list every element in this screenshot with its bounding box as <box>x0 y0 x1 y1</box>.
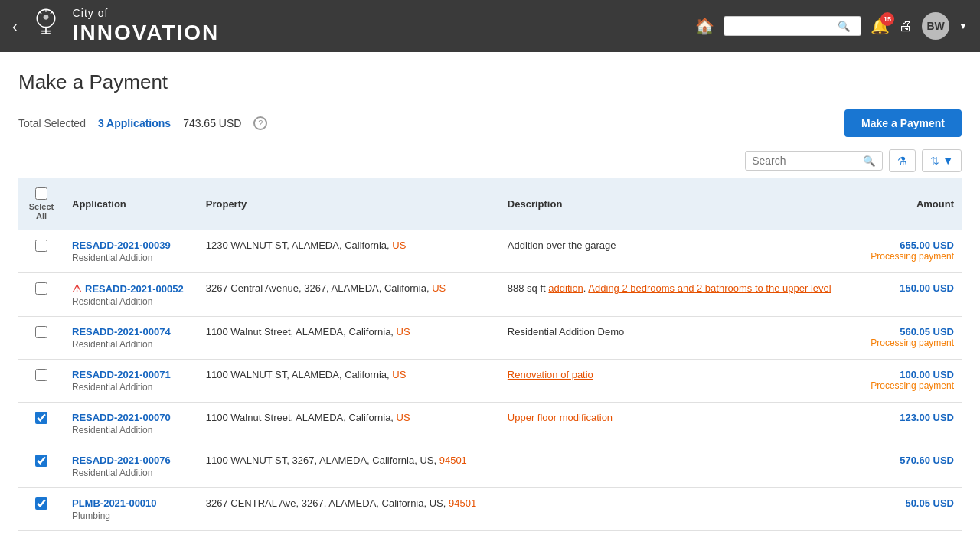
description-link[interactable]: Renovation of patio <box>508 369 593 380</box>
sort-button[interactable]: ⇅ ▼ <box>922 149 962 172</box>
property-address: 1100 WALNUT ST, 3267, ALAMEDA, Californi… <box>206 455 439 466</box>
amount-cell: 570.60 USD <box>858 445 962 488</box>
amount-cell: 50.05 USD <box>858 488 962 531</box>
property-cell: 1230 WALNUT ST, ALAMEDA, California, US <box>198 230 500 273</box>
amount-cell: 150.00 USD <box>858 273 962 317</box>
property-column-header: Property <box>198 178 500 230</box>
application-cell: RESADD-2021-00070Residential Addition <box>64 403 198 445</box>
table-row: RESADD-2021-00039Residential Addition123… <box>18 230 962 273</box>
property-link[interactable]: US <box>397 326 410 337</box>
property-link[interactable]: 94501 <box>449 497 476 509</box>
select-all-checkbox[interactable] <box>35 187 47 200</box>
description-link[interactable]: Adding 2 bedrooms and 2 bathrooms to the… <box>588 282 831 294</box>
header-search-container: 🔍 <box>724 16 861 36</box>
row-checkbox-cell[interactable] <box>18 230 64 273</box>
table-row: PLMB-2021-00010Plumbing3267 CENTRAL Ave,… <box>18 488 962 531</box>
innovation-label: INNOVATION <box>73 20 220 46</box>
header-search-input[interactable] <box>730 20 838 32</box>
description-cell <box>500 445 858 488</box>
application-link[interactable]: RESADD-2021-00071 <box>72 369 191 380</box>
application-link[interactable]: ⚠RESADD-2021-00052 <box>72 282 191 295</box>
description-link[interactable]: Upper floor modification <box>508 412 612 423</box>
filter-button[interactable]: ⚗ <box>889 149 916 172</box>
row-checkbox-cell[interactable] <box>18 317 64 360</box>
amount-cell: 560.05 USDProcessing payment <box>858 317 962 360</box>
print-button[interactable]: 🖨 <box>899 18 913 34</box>
payment-status: Processing payment <box>865 251 954 262</box>
amount-cell: 100.00 USDProcessing payment <box>858 360 962 403</box>
property-address: 3267 Central Avenue, 3267, ALAMEDA, Cali… <box>206 282 432 294</box>
description-text: Residential Addition Demo <box>508 326 624 337</box>
amount-cell: 655.00 USDProcessing payment <box>858 230 962 273</box>
row-checkbox[interactable] <box>35 326 47 338</box>
description-column-header: Description <box>500 178 858 230</box>
application-link[interactable]: RESADD-2021-00039 <box>72 240 191 251</box>
application-cell: RESADD-2021-00071Residential Addition <box>64 360 198 403</box>
table-search-button[interactable]: 🔍 <box>863 155 876 167</box>
row-checkbox-cell[interactable] <box>18 403 64 445</box>
selected-apps-count: 3 Applications <box>98 117 171 129</box>
row-checkbox[interactable] <box>35 369 47 381</box>
row-checkbox-cell[interactable] <box>18 360 64 403</box>
application-cell: RESADD-2021-00039Residential Addition <box>64 230 198 273</box>
amount-value: 123.00 USD <box>865 412 954 423</box>
application-type: Residential Addition <box>72 253 191 263</box>
summary-bar: Total Selected 3 Applications 743.65 USD… <box>18 109 962 137</box>
table-row: RESADD-2021-00076Residential Addition110… <box>18 445 962 488</box>
property-cell: 1100 WALNUT ST, 3267, ALAMEDA, Californi… <box>198 445 500 488</box>
row-checkbox[interactable] <box>35 282 47 295</box>
property-link[interactable]: US <box>432 282 446 294</box>
property-address: 1100 Walnut Street, ALAMEDA, California, <box>206 412 397 423</box>
description-cell <box>500 488 858 531</box>
description-link[interactable]: addition <box>548 282 583 294</box>
row-checkbox[interactable] <box>35 497 47 510</box>
application-cell: RESADD-2021-00074Residential Addition <box>64 317 198 360</box>
description-cell: Upper floor modification <box>500 403 858 445</box>
property-address: 1230 WALNUT ST, ALAMEDA, California, <box>206 240 392 251</box>
row-checkbox[interactable] <box>35 455 47 467</box>
property-link[interactable]: US <box>392 369 406 380</box>
user-menu-chevron[interactable]: ▼ <box>959 21 968 31</box>
amount-value: 560.05 USD <box>865 326 954 337</box>
avatar[interactable]: BW <box>922 12 949 40</box>
notifications-button[interactable]: 🔔 15 <box>871 17 890 35</box>
application-link[interactable]: PLMB-2021-00010 <box>72 497 191 509</box>
application-type: Residential Addition <box>72 425 191 435</box>
select-all-header[interactable]: Select All <box>18 178 64 230</box>
row-checkbox[interactable] <box>35 412 47 424</box>
application-cell: PLMB-2021-00010Plumbing <box>64 488 198 531</box>
table-header-row: Select All Application Property Descript… <box>18 178 962 230</box>
help-icon[interactable]: ? <box>253 116 267 130</box>
row-checkbox[interactable] <box>35 240 47 252</box>
notification-badge: 15 <box>880 12 894 26</box>
table-search-input[interactable] <box>752 155 863 167</box>
application-link[interactable]: RESADD-2021-00070 <box>72 412 191 423</box>
row-checkbox-cell[interactable] <box>18 273 64 317</box>
application-type: Residential Addition <box>72 382 191 393</box>
home-button[interactable]: 🏠 <box>695 17 714 35</box>
row-checkbox-cell[interactable] <box>18 445 64 488</box>
property-link[interactable]: 94501 <box>439 455 467 466</box>
property-address: 3267 CENTRAL Ave, 3267, ALAMEDA, Califor… <box>206 497 449 509</box>
description-text: Upper floor modification <box>508 412 612 423</box>
property-address: 1100 WALNUT ST, ALAMEDA, California, <box>206 369 392 380</box>
row-checkbox-cell[interactable] <box>18 488 64 531</box>
description-text: 888 sq ft addition. Adding 2 bedrooms an… <box>508 282 831 294</box>
select-all-label: Select All <box>26 202 57 220</box>
description-cell: Addition over the garage <box>500 230 858 273</box>
application-link[interactable]: RESADD-2021-00074 <box>72 326 191 337</box>
application-link[interactable]: RESADD-2021-00076 <box>72 455 191 466</box>
property-link[interactable]: US <box>397 412 410 423</box>
header-search-button[interactable]: 🔍 <box>838 21 851 32</box>
amount-column-header: Amount <box>858 178 962 230</box>
make-payment-button[interactable]: Make a Payment <box>844 109 962 137</box>
amount-value: 655.00 USD <box>865 240 954 251</box>
property-link[interactable]: US <box>392 240 406 251</box>
back-button[interactable]: ‹ <box>12 18 18 35</box>
application-column-header: Application <box>64 178 198 230</box>
property-cell: 3267 Central Avenue, 3267, ALAMEDA, Cali… <box>198 273 500 317</box>
application-type: Plumbing <box>72 510 191 521</box>
logo-text: City of INNOVATION <box>73 7 220 45</box>
property-cell: 1100 WALNUT ST, ALAMEDA, California, US <box>198 360 500 403</box>
application-type: Residential Addition <box>72 296 191 307</box>
